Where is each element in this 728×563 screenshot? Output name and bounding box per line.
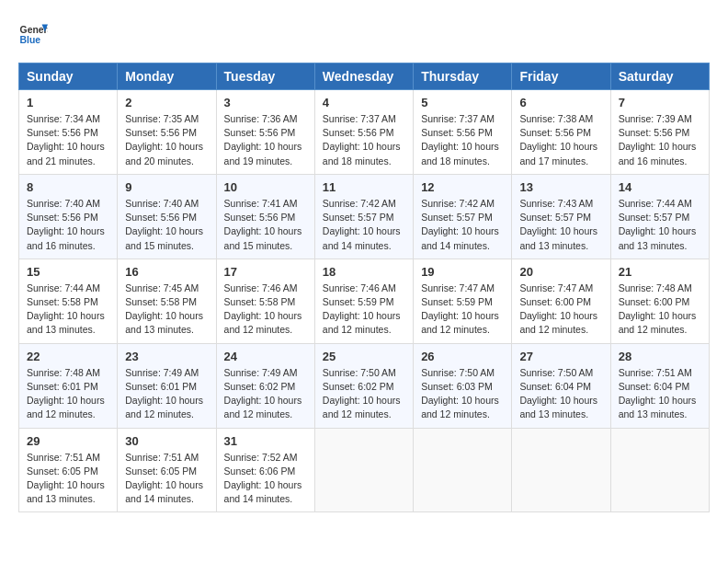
day-info: Sunrise: 7:48 AMSunset: 6:00 PMDaylight:… bbox=[619, 282, 701, 338]
day-number: 2 bbox=[125, 96, 208, 109]
page-header: General Blue bbox=[18, 18, 710, 48]
day-info: Sunrise: 7:44 AMSunset: 5:58 PMDaylight:… bbox=[27, 282, 109, 338]
weekday-header: Thursday bbox=[414, 63, 512, 90]
day-number: 17 bbox=[224, 265, 307, 279]
calendar-cell: 1Sunrise: 7:34 AMSunset: 5:56 PMDaylight… bbox=[19, 90, 118, 175]
day-info: Sunrise: 7:44 AMSunset: 5:57 PMDaylight:… bbox=[619, 197, 701, 253]
calendar-cell: 30Sunrise: 7:51 AMSunset: 6:05 PMDayligh… bbox=[118, 428, 216, 512]
weekday-header: Saturday bbox=[610, 63, 709, 90]
day-info: Sunrise: 7:50 AMSunset: 6:02 PMDaylight:… bbox=[323, 366, 405, 422]
day-number: 22 bbox=[27, 350, 109, 363]
calendar-cell: 10Sunrise: 7:41 AMSunset: 5:56 PMDayligh… bbox=[216, 174, 314, 259]
calendar-cell: 22Sunrise: 7:48 AMSunset: 6:01 PMDayligh… bbox=[19, 343, 118, 428]
calendar-header-row: SundayMondayTuesdayWednesdayThursdayFrid… bbox=[19, 63, 710, 90]
day-info: Sunrise: 7:37 AMSunset: 5:56 PMDaylight:… bbox=[323, 112, 405, 168]
day-number: 15 bbox=[27, 265, 109, 279]
day-number: 23 bbox=[125, 350, 208, 363]
day-number: 11 bbox=[323, 180, 405, 194]
weekday-header: Tuesday bbox=[216, 63, 314, 90]
day-info: Sunrise: 7:45 AMSunset: 5:58 PMDaylight:… bbox=[125, 282, 208, 338]
day-number: 18 bbox=[323, 265, 405, 279]
logo-icon: General Blue bbox=[18, 18, 48, 48]
logo: General Blue bbox=[18, 18, 48, 48]
day-info: Sunrise: 7:47 AMSunset: 5:59 PMDaylight:… bbox=[421, 282, 504, 338]
day-number: 27 bbox=[519, 350, 602, 363]
calendar-cell: 4Sunrise: 7:37 AMSunset: 5:56 PMDaylight… bbox=[314, 90, 413, 175]
calendar-cell: 28Sunrise: 7:51 AMSunset: 6:04 PMDayligh… bbox=[610, 343, 709, 428]
calendar-cell: 25Sunrise: 7:50 AMSunset: 6:02 PMDayligh… bbox=[314, 343, 413, 428]
calendar-cell: 14Sunrise: 7:44 AMSunset: 5:57 PMDayligh… bbox=[610, 174, 709, 259]
day-info: Sunrise: 7:40 AMSunset: 5:56 PMDaylight:… bbox=[27, 197, 109, 253]
calendar-cell: 26Sunrise: 7:50 AMSunset: 6:03 PMDayligh… bbox=[414, 343, 512, 428]
day-number: 6 bbox=[519, 96, 602, 109]
calendar-week-row: 15Sunrise: 7:44 AMSunset: 5:58 PMDayligh… bbox=[19, 259, 710, 343]
day-info: Sunrise: 7:46 AMSunset: 5:59 PMDaylight:… bbox=[323, 282, 405, 338]
day-number: 26 bbox=[421, 350, 504, 363]
calendar-cell: 9Sunrise: 7:40 AMSunset: 5:56 PMDaylight… bbox=[118, 174, 216, 259]
calendar-cell: 18Sunrise: 7:46 AMSunset: 5:59 PMDayligh… bbox=[314, 259, 413, 343]
calendar-week-row: 29Sunrise: 7:51 AMSunset: 6:05 PMDayligh… bbox=[19, 428, 710, 512]
day-number: 20 bbox=[519, 265, 602, 279]
calendar-table: SundayMondayTuesdayWednesdayThursdayFrid… bbox=[18, 63, 710, 512]
day-info: Sunrise: 7:41 AMSunset: 5:56 PMDaylight:… bbox=[224, 197, 307, 253]
calendar-cell: 31Sunrise: 7:52 AMSunset: 6:06 PMDayligh… bbox=[216, 428, 314, 512]
day-number: 24 bbox=[224, 350, 307, 363]
calendar-cell: 5Sunrise: 7:37 AMSunset: 5:56 PMDaylight… bbox=[414, 90, 512, 175]
weekday-header: Wednesday bbox=[314, 63, 413, 90]
day-info: Sunrise: 7:47 AMSunset: 6:00 PMDaylight:… bbox=[519, 282, 602, 338]
calendar-cell: 19Sunrise: 7:47 AMSunset: 5:59 PMDayligh… bbox=[414, 259, 512, 343]
day-number: 21 bbox=[619, 265, 701, 279]
day-info: Sunrise: 7:42 AMSunset: 5:57 PMDaylight:… bbox=[323, 197, 405, 253]
day-info: Sunrise: 7:40 AMSunset: 5:56 PMDaylight:… bbox=[125, 197, 208, 253]
day-number: 1 bbox=[27, 96, 109, 109]
calendar-cell: 24Sunrise: 7:49 AMSunset: 6:02 PMDayligh… bbox=[216, 343, 314, 428]
weekday-header: Friday bbox=[512, 63, 610, 90]
calendar-cell: 6Sunrise: 7:38 AMSunset: 5:56 PMDaylight… bbox=[512, 90, 610, 175]
day-info: Sunrise: 7:43 AMSunset: 5:57 PMDaylight:… bbox=[519, 197, 602, 253]
day-info: Sunrise: 7:52 AMSunset: 6:06 PMDaylight:… bbox=[224, 451, 307, 507]
day-info: Sunrise: 7:51 AMSunset: 6:05 PMDaylight:… bbox=[125, 451, 208, 507]
day-number: 10 bbox=[224, 180, 307, 194]
day-info: Sunrise: 7:49 AMSunset: 6:02 PMDaylight:… bbox=[224, 366, 307, 422]
calendar-cell bbox=[512, 428, 610, 512]
day-number: 4 bbox=[323, 96, 405, 109]
day-info: Sunrise: 7:37 AMSunset: 5:56 PMDaylight:… bbox=[421, 112, 504, 168]
day-info: Sunrise: 7:51 AMSunset: 6:05 PMDaylight:… bbox=[27, 451, 109, 507]
calendar-cell bbox=[314, 428, 413, 512]
weekday-header: Sunday bbox=[19, 63, 118, 90]
day-info: Sunrise: 7:39 AMSunset: 5:56 PMDaylight:… bbox=[619, 112, 701, 168]
day-number: 9 bbox=[125, 180, 208, 194]
calendar-cell: 17Sunrise: 7:46 AMSunset: 5:58 PMDayligh… bbox=[216, 259, 314, 343]
day-info: Sunrise: 7:48 AMSunset: 6:01 PMDaylight:… bbox=[27, 366, 109, 422]
calendar-cell: 15Sunrise: 7:44 AMSunset: 5:58 PMDayligh… bbox=[19, 259, 118, 343]
calendar-cell bbox=[414, 428, 512, 512]
calendar-week-row: 8Sunrise: 7:40 AMSunset: 5:56 PMDaylight… bbox=[19, 174, 710, 259]
day-number: 13 bbox=[519, 180, 602, 194]
calendar-cell: 29Sunrise: 7:51 AMSunset: 6:05 PMDayligh… bbox=[19, 428, 118, 512]
day-number: 29 bbox=[27, 434, 109, 448]
day-number: 14 bbox=[619, 180, 701, 194]
day-number: 25 bbox=[323, 350, 405, 363]
calendar-cell: 3Sunrise: 7:36 AMSunset: 5:56 PMDaylight… bbox=[216, 90, 314, 175]
calendar-cell: 8Sunrise: 7:40 AMSunset: 5:56 PMDaylight… bbox=[19, 174, 118, 259]
calendar-week-row: 22Sunrise: 7:48 AMSunset: 6:01 PMDayligh… bbox=[19, 343, 710, 428]
calendar-cell: 13Sunrise: 7:43 AMSunset: 5:57 PMDayligh… bbox=[512, 174, 610, 259]
calendar-week-row: 1Sunrise: 7:34 AMSunset: 5:56 PMDaylight… bbox=[19, 90, 710, 175]
calendar-body: 1Sunrise: 7:34 AMSunset: 5:56 PMDaylight… bbox=[19, 90, 710, 512]
day-info: Sunrise: 7:35 AMSunset: 5:56 PMDaylight:… bbox=[125, 112, 208, 168]
day-number: 28 bbox=[619, 350, 701, 363]
calendar-cell: 27Sunrise: 7:50 AMSunset: 6:04 PMDayligh… bbox=[512, 343, 610, 428]
day-info: Sunrise: 7:38 AMSunset: 5:56 PMDaylight:… bbox=[519, 112, 602, 168]
day-info: Sunrise: 7:34 AMSunset: 5:56 PMDaylight:… bbox=[27, 112, 109, 168]
calendar-cell: 2Sunrise: 7:35 AMSunset: 5:56 PMDaylight… bbox=[118, 90, 216, 175]
calendar-cell: 12Sunrise: 7:42 AMSunset: 5:57 PMDayligh… bbox=[414, 174, 512, 259]
calendar-cell bbox=[610, 428, 709, 512]
day-number: 30 bbox=[125, 434, 208, 448]
day-info: Sunrise: 7:36 AMSunset: 5:56 PMDaylight:… bbox=[224, 112, 307, 168]
day-number: 5 bbox=[421, 96, 504, 109]
day-number: 19 bbox=[421, 265, 504, 279]
day-info: Sunrise: 7:50 AMSunset: 6:03 PMDaylight:… bbox=[421, 366, 504, 422]
day-number: 31 bbox=[224, 434, 307, 448]
weekday-header: Monday bbox=[118, 63, 216, 90]
day-info: Sunrise: 7:42 AMSunset: 5:57 PMDaylight:… bbox=[421, 197, 504, 253]
